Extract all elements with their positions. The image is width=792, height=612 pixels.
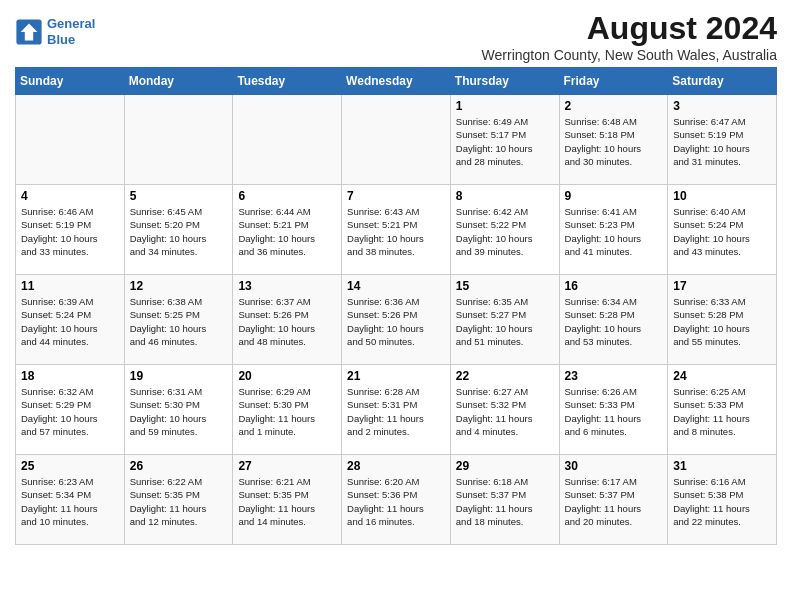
calendar-cell — [342, 95, 451, 185]
calendar-cell: 27Sunrise: 6:21 AM Sunset: 5:35 PM Dayli… — [233, 455, 342, 545]
day-info: Sunrise: 6:45 AM Sunset: 5:20 PM Dayligh… — [130, 205, 228, 258]
calendar-cell: 8Sunrise: 6:42 AM Sunset: 5:22 PM Daylig… — [450, 185, 559, 275]
day-info: Sunrise: 6:18 AM Sunset: 5:37 PM Dayligh… — [456, 475, 554, 528]
day-info: Sunrise: 6:35 AM Sunset: 5:27 PM Dayligh… — [456, 295, 554, 348]
calendar-cell: 12Sunrise: 6:38 AM Sunset: 5:25 PM Dayli… — [124, 275, 233, 365]
day-info: Sunrise: 6:47 AM Sunset: 5:19 PM Dayligh… — [673, 115, 771, 168]
day-info: Sunrise: 6:46 AM Sunset: 5:19 PM Dayligh… — [21, 205, 119, 258]
calendar-cell: 7Sunrise: 6:43 AM Sunset: 5:21 PM Daylig… — [342, 185, 451, 275]
day-info: Sunrise: 6:21 AM Sunset: 5:35 PM Dayligh… — [238, 475, 336, 528]
day-number: 5 — [130, 189, 228, 203]
day-number: 9 — [565, 189, 663, 203]
day-number: 31 — [673, 459, 771, 473]
calendar-table: SundayMondayTuesdayWednesdayThursdayFrid… — [15, 67, 777, 545]
day-number: 28 — [347, 459, 445, 473]
day-number: 24 — [673, 369, 771, 383]
column-header-thursday: Thursday — [450, 68, 559, 95]
calendar-week-row: 18Sunrise: 6:32 AM Sunset: 5:29 PM Dayli… — [16, 365, 777, 455]
day-info: Sunrise: 6:34 AM Sunset: 5:28 PM Dayligh… — [565, 295, 663, 348]
calendar-header-row: SundayMondayTuesdayWednesdayThursdayFrid… — [16, 68, 777, 95]
column-header-sunday: Sunday — [16, 68, 125, 95]
day-info: Sunrise: 6:40 AM Sunset: 5:24 PM Dayligh… — [673, 205, 771, 258]
day-number: 19 — [130, 369, 228, 383]
day-info: Sunrise: 6:38 AM Sunset: 5:25 PM Dayligh… — [130, 295, 228, 348]
day-number: 7 — [347, 189, 445, 203]
day-info: Sunrise: 6:44 AM Sunset: 5:21 PM Dayligh… — [238, 205, 336, 258]
logo-line2: Blue — [47, 32, 75, 47]
day-info: Sunrise: 6:27 AM Sunset: 5:32 PM Dayligh… — [456, 385, 554, 438]
column-header-wednesday: Wednesday — [342, 68, 451, 95]
day-number: 16 — [565, 279, 663, 293]
day-number: 23 — [565, 369, 663, 383]
day-info: Sunrise: 6:29 AM Sunset: 5:30 PM Dayligh… — [238, 385, 336, 438]
calendar-cell: 11Sunrise: 6:39 AM Sunset: 5:24 PM Dayli… — [16, 275, 125, 365]
logo-icon — [15, 18, 43, 46]
day-number: 17 — [673, 279, 771, 293]
calendar-cell: 25Sunrise: 6:23 AM Sunset: 5:34 PM Dayli… — [16, 455, 125, 545]
calendar-cell: 22Sunrise: 6:27 AM Sunset: 5:32 PM Dayli… — [450, 365, 559, 455]
day-number: 4 — [21, 189, 119, 203]
day-number: 10 — [673, 189, 771, 203]
main-title: August 2024 — [482, 10, 777, 47]
calendar-cell: 13Sunrise: 6:37 AM Sunset: 5:26 PM Dayli… — [233, 275, 342, 365]
day-number: 21 — [347, 369, 445, 383]
day-info: Sunrise: 6:17 AM Sunset: 5:37 PM Dayligh… — [565, 475, 663, 528]
calendar-cell: 5Sunrise: 6:45 AM Sunset: 5:20 PM Daylig… — [124, 185, 233, 275]
calendar-cell: 3Sunrise: 6:47 AM Sunset: 5:19 PM Daylig… — [668, 95, 777, 185]
calendar-cell: 9Sunrise: 6:41 AM Sunset: 5:23 PM Daylig… — [559, 185, 668, 275]
day-number: 18 — [21, 369, 119, 383]
day-info: Sunrise: 6:39 AM Sunset: 5:24 PM Dayligh… — [21, 295, 119, 348]
calendar-cell: 1Sunrise: 6:49 AM Sunset: 5:17 PM Daylig… — [450, 95, 559, 185]
day-info: Sunrise: 6:25 AM Sunset: 5:33 PM Dayligh… — [673, 385, 771, 438]
day-number: 6 — [238, 189, 336, 203]
calendar-cell: 21Sunrise: 6:28 AM Sunset: 5:31 PM Dayli… — [342, 365, 451, 455]
day-number: 2 — [565, 99, 663, 113]
day-number: 13 — [238, 279, 336, 293]
day-number: 11 — [21, 279, 119, 293]
page-header: General Blue August 2024 Werrington Coun… — [15, 10, 777, 63]
day-info: Sunrise: 6:36 AM Sunset: 5:26 PM Dayligh… — [347, 295, 445, 348]
calendar-cell: 19Sunrise: 6:31 AM Sunset: 5:30 PM Dayli… — [124, 365, 233, 455]
calendar-week-row: 4Sunrise: 6:46 AM Sunset: 5:19 PM Daylig… — [16, 185, 777, 275]
calendar-week-row: 11Sunrise: 6:39 AM Sunset: 5:24 PM Dayli… — [16, 275, 777, 365]
day-number: 15 — [456, 279, 554, 293]
logo-text: General Blue — [47, 16, 95, 47]
day-info: Sunrise: 6:26 AM Sunset: 5:33 PM Dayligh… — [565, 385, 663, 438]
day-number: 8 — [456, 189, 554, 203]
day-number: 29 — [456, 459, 554, 473]
calendar-cell: 24Sunrise: 6:25 AM Sunset: 5:33 PM Dayli… — [668, 365, 777, 455]
day-number: 27 — [238, 459, 336, 473]
day-number: 3 — [673, 99, 771, 113]
day-number: 22 — [456, 369, 554, 383]
calendar-cell: 17Sunrise: 6:33 AM Sunset: 5:28 PM Dayli… — [668, 275, 777, 365]
day-number: 25 — [21, 459, 119, 473]
calendar-cell: 10Sunrise: 6:40 AM Sunset: 5:24 PM Dayli… — [668, 185, 777, 275]
day-number: 14 — [347, 279, 445, 293]
calendar-week-row: 1Sunrise: 6:49 AM Sunset: 5:17 PM Daylig… — [16, 95, 777, 185]
calendar-cell: 20Sunrise: 6:29 AM Sunset: 5:30 PM Dayli… — [233, 365, 342, 455]
calendar-cell — [233, 95, 342, 185]
day-info: Sunrise: 6:23 AM Sunset: 5:34 PM Dayligh… — [21, 475, 119, 528]
day-info: Sunrise: 6:28 AM Sunset: 5:31 PM Dayligh… — [347, 385, 445, 438]
calendar-cell: 23Sunrise: 6:26 AM Sunset: 5:33 PM Dayli… — [559, 365, 668, 455]
calendar-cell: 4Sunrise: 6:46 AM Sunset: 5:19 PM Daylig… — [16, 185, 125, 275]
column-header-tuesday: Tuesday — [233, 68, 342, 95]
day-info: Sunrise: 6:49 AM Sunset: 5:17 PM Dayligh… — [456, 115, 554, 168]
day-info: Sunrise: 6:32 AM Sunset: 5:29 PM Dayligh… — [21, 385, 119, 438]
calendar-week-row: 25Sunrise: 6:23 AM Sunset: 5:34 PM Dayli… — [16, 455, 777, 545]
calendar-cell: 2Sunrise: 6:48 AM Sunset: 5:18 PM Daylig… — [559, 95, 668, 185]
day-info: Sunrise: 6:20 AM Sunset: 5:36 PM Dayligh… — [347, 475, 445, 528]
calendar-cell: 16Sunrise: 6:34 AM Sunset: 5:28 PM Dayli… — [559, 275, 668, 365]
day-number: 20 — [238, 369, 336, 383]
calendar-cell: 18Sunrise: 6:32 AM Sunset: 5:29 PM Dayli… — [16, 365, 125, 455]
day-info: Sunrise: 6:22 AM Sunset: 5:35 PM Dayligh… — [130, 475, 228, 528]
day-info: Sunrise: 6:33 AM Sunset: 5:28 PM Dayligh… — [673, 295, 771, 348]
logo: General Blue — [15, 16, 95, 47]
column-header-saturday: Saturday — [668, 68, 777, 95]
title-section: August 2024 Werrington County, New South… — [482, 10, 777, 63]
day-number: 1 — [456, 99, 554, 113]
day-info: Sunrise: 6:42 AM Sunset: 5:22 PM Dayligh… — [456, 205, 554, 258]
calendar-cell: 30Sunrise: 6:17 AM Sunset: 5:37 PM Dayli… — [559, 455, 668, 545]
column-header-monday: Monday — [124, 68, 233, 95]
day-number: 26 — [130, 459, 228, 473]
